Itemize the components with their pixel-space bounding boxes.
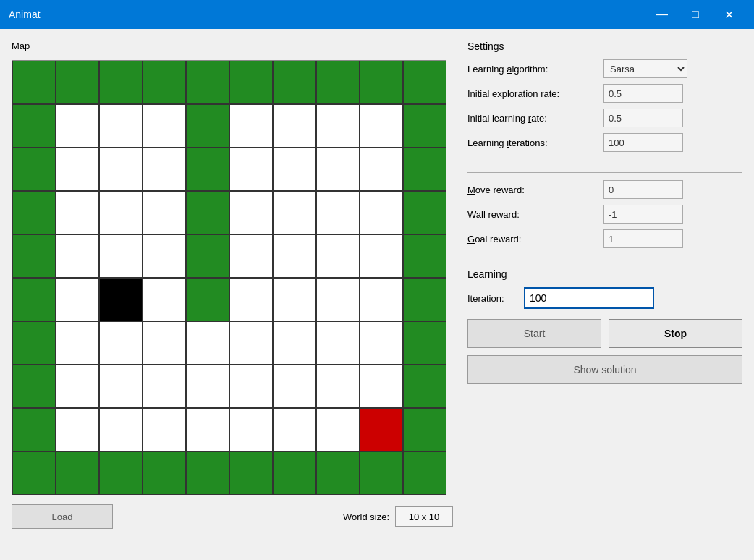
minimize-button[interactable]: — (645, 0, 679, 29)
grid-cell (316, 408, 360, 451)
grid-cell (56, 234, 99, 278)
grid-cell (12, 191, 56, 234)
learning-rate-row: Initial learning rate: (467, 109, 742, 127)
grid-cell (360, 278, 403, 321)
grid-cell (360, 234, 403, 278)
start-stop-row: Start Stop (467, 319, 742, 348)
grid-cell (229, 234, 273, 278)
grid-cell (229, 451, 273, 495)
goal-reward-row: Goal reward: (467, 229, 742, 248)
iteration-input[interactable] (524, 287, 654, 309)
grid-cell (12, 451, 56, 495)
grid-cell (360, 61, 403, 104)
grid-cell (143, 191, 186, 234)
map-grid (12, 61, 446, 495)
right-panel: Settings Learning algorithm: Sarsa Q-Lea… (467, 41, 742, 548)
goal-reward-label: Goal reward: (467, 234, 598, 245)
load-button[interactable]: Load (12, 504, 113, 529)
grid-cell (403, 191, 446, 234)
grid-cell (143, 278, 186, 321)
grid-cell (56, 408, 99, 451)
grid-cell (186, 104, 229, 148)
goal-reward-input[interactable] (603, 229, 683, 248)
grid-cell (360, 148, 403, 191)
grid-cell (56, 451, 99, 495)
title-bar: Animat — □ ✕ (0, 0, 754, 29)
grid-cell (229, 104, 273, 148)
grid-cell (56, 148, 99, 191)
grid-cell (403, 104, 446, 148)
grid-cell (360, 104, 403, 148)
grid-cell (12, 365, 56, 408)
grid-cell (186, 451, 229, 495)
grid-cell (12, 148, 56, 191)
settings-section: Settings Learning algorithm: Sarsa Q-Lea… (467, 41, 742, 158)
grid-cell (273, 61, 316, 104)
grid-cell (186, 191, 229, 234)
grid-cell (186, 278, 229, 321)
grid-cell (273, 365, 316, 408)
grid-cell (360, 408, 403, 451)
learning-iterations-input[interactable] (603, 133, 683, 152)
wall-reward-input[interactable] (603, 205, 683, 224)
grid-cell (273, 104, 316, 148)
grid-cell (12, 321, 56, 365)
learning-rate-label: Initial learning rate: (467, 113, 598, 124)
grid-cell (186, 234, 229, 278)
grid-cell (273, 278, 316, 321)
move-reward-input[interactable] (603, 180, 683, 199)
grid-cell (99, 365, 143, 408)
grid-cell (360, 191, 403, 234)
grid-cell (186, 148, 229, 191)
move-reward-label: Move reward: (467, 184, 598, 195)
grid-cell (403, 278, 446, 321)
grid-cell (273, 234, 316, 278)
show-solution-button[interactable]: Show solution (467, 355, 742, 384)
grid-cell (316, 451, 360, 495)
learning-rate-input[interactable] (603, 109, 683, 127)
main-content: Map Load World size: Settings Learning a… (0, 29, 754, 560)
grid-cell (316, 278, 360, 321)
grid-cell (99, 148, 143, 191)
grid-cell (229, 61, 273, 104)
grid-cell (229, 321, 273, 365)
grid-cell (99, 408, 143, 451)
exploration-rate-row: Initial exploration rate: (467, 84, 742, 103)
grid-cell (143, 61, 186, 104)
grid-cell (403, 61, 446, 104)
left-panel: Map Load World size: (12, 41, 453, 548)
grid-cell (99, 451, 143, 495)
grid-cell (403, 234, 446, 278)
grid-cell (229, 365, 273, 408)
grid-cell (403, 148, 446, 191)
app-title: Animat (9, 9, 645, 20)
grid-cell (229, 148, 273, 191)
exploration-rate-label: Initial exploration rate: (467, 88, 598, 99)
iteration-row: Iteration: (467, 287, 742, 309)
stop-button[interactable]: Stop (609, 319, 742, 348)
grid-cell (99, 61, 143, 104)
grid-cell (186, 61, 229, 104)
maximize-button[interactable]: □ (679, 0, 712, 29)
grid-cell (56, 365, 99, 408)
grid-cell (143, 148, 186, 191)
close-button[interactable]: ✕ (712, 0, 745, 29)
grid-cell (403, 321, 446, 365)
grid-cell (12, 278, 56, 321)
learning-algorithm-select[interactable]: Sarsa Q-Learning (603, 59, 687, 78)
grid-cell (316, 191, 360, 234)
grid-cell (12, 408, 56, 451)
grid-cell (99, 104, 143, 148)
grid-cell (316, 234, 360, 278)
grid-cell (12, 234, 56, 278)
wall-reward-label: Wall reward: (467, 209, 598, 220)
learning-algorithm-row: Learning algorithm: Sarsa Q-Learning (467, 59, 742, 78)
exploration-rate-input[interactable] (603, 84, 683, 103)
start-button[interactable]: Start (467, 319, 601, 348)
grid-cell (56, 191, 99, 234)
grid-cell (12, 61, 56, 104)
grid-cell (12, 104, 56, 148)
world-size-input[interactable] (395, 506, 453, 527)
divider (467, 172, 742, 173)
grid-cell (56, 104, 99, 148)
